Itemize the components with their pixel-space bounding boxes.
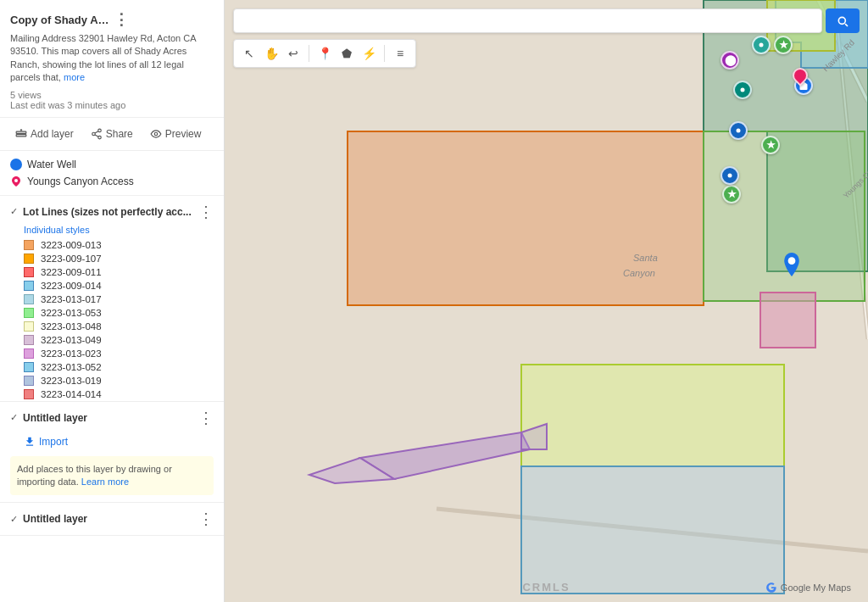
area-label-santa: Santa (633, 253, 658, 263)
svg-point-5 (92, 132, 95, 136)
svg-rect-25 (521, 466, 784, 594)
parcel-color-indicator (24, 281, 34, 291)
svg-rect-23 (760, 293, 815, 348)
map-pin-teal-1[interactable] (752, 36, 771, 54)
untitled-layer-1-checkbox[interactable]: ✓ (10, 412, 18, 423)
nav-icon-3 (725, 170, 735, 181)
map-pin-blue-nav-2[interactable] (721, 166, 739, 185)
draw-line-button[interactable]: ⬟ (337, 43, 357, 64)
untitled-layer-1-header: ✓ Untitled layer ⋮ (0, 402, 224, 434)
untitled-layer-2-checkbox[interactable]: ✓ (10, 514, 18, 525)
add-layer-icon (15, 128, 27, 140)
parcel-3223-013-052: 3223-013-052 (0, 360, 224, 374)
parcel-3223-013-023: 3223-013-023 (0, 347, 224, 360)
map-area[interactable]: ↖ ✋ ↩ 📍 ⬟ ⚡ ≡ ★ ⬤ ★ (225, 0, 868, 602)
add-layer-button[interactable]: Add layer (10, 125, 79, 143)
import-button[interactable]: Import (0, 434, 224, 453)
youngs-canyon-label: Youngs Canyon Access (27, 176, 134, 187)
map-pin-green-star[interactable]: ★ (774, 36, 793, 54)
svg-rect-0 (16, 131, 26, 133)
toolbar-separator-1 (309, 45, 309, 62)
untitled-layer-2-title: Untitled layer (23, 513, 192, 525)
add-marker-button[interactable]: 📍 (314, 43, 335, 64)
parcel-3223-013-019: 3223-013-019 (0, 374, 224, 387)
svg-line-7 (95, 134, 98, 136)
untitled-layer-2-more-button[interactable]: ⋮ (198, 510, 214, 528)
parcel-color-indicator (24, 254, 34, 264)
share-button[interactable]: Share (86, 125, 138, 143)
parcel-list: 3223-009-013 3223-009-107 3223-009-011 3… (0, 238, 224, 401)
parcel-color-indicator (24, 335, 34, 345)
svg-rect-24 (521, 365, 784, 466)
sidebar-actions: Add layer Share Preview (0, 118, 224, 151)
parcel-3223-009-013: 3223-009-013 (0, 238, 224, 252)
google-icon (765, 582, 777, 594)
search-input-wrap (233, 8, 822, 33)
cursor-tool-button[interactable]: ↖ (239, 43, 259, 64)
parcel-3223-009-011: 3223-009-011 (0, 265, 224, 279)
parcel-3223-013-049: 3223-013-049 (0, 333, 224, 347)
parcel-3223-009-107: 3223-009-107 (0, 252, 224, 265)
parcel-color-indicator (24, 376, 34, 386)
google-maps-watermark: Google My Maps (765, 582, 851, 594)
map-search (233, 8, 860, 33)
svg-rect-1 (16, 134, 26, 136)
map-pin-green-star-2[interactable]: ★ (761, 136, 780, 154)
svg-point-30 (741, 88, 745, 92)
nav-icon (737, 85, 748, 95)
svg-point-6 (97, 136, 101, 139)
pan-tool-button[interactable]: ✋ (261, 43, 281, 64)
more-link[interactable]: more (64, 72, 85, 82)
sidebar-header: Copy of Shady Acres 12- parcels ... ⋮ Ma… (0, 0, 224, 118)
parcel-color-indicator (24, 240, 34, 250)
parcel-color-indicator (24, 308, 34, 318)
individual-styles-label[interactable]: Individual styles (0, 225, 224, 238)
add-places-box: Add places to this layer by drawing or i… (10, 456, 214, 496)
untitled-layer-1-more-button[interactable]: ⋮ (198, 409, 214, 427)
search-button[interactable] (826, 8, 860, 33)
map-description: Mailing Address 32901 Hawley Rd, Acton C… (10, 32, 214, 85)
toolbar-separator-2 (384, 45, 385, 62)
map-views: 5 views Last edit was 3 minutes ago (10, 90, 214, 110)
search-icon (836, 14, 849, 28)
lot-lines-header: ✓ Lot Lines (sizes not perfectly acc... … (0, 196, 224, 225)
water-well-label: Water Well (27, 159, 76, 170)
parcel-3223-013-053: 3223-013-053 (0, 306, 224, 320)
parcel-color-indicator (24, 348, 34, 359)
map-more-options-button[interactable]: ⋮ (114, 10, 214, 29)
map-pin-teardrop-blue[interactable] (782, 253, 801, 276)
lot-lines-checkbox[interactable]: ✓ (10, 206, 18, 217)
svg-line-8 (95, 131, 98, 132)
lot-lines-more-button[interactable]: ⋮ (198, 203, 214, 221)
parcel-color-indicator (24, 362, 34, 372)
untitled-layer-2-section: ✓ Untitled layer ⋮ (0, 503, 224, 536)
map-pin-purple[interactable]: ⬤ (721, 51, 739, 70)
fixed-items-section: Water Well Youngs Canyon Access (0, 151, 224, 196)
map-pin-green-star-3[interactable]: ★ (722, 185, 741, 203)
measure-button[interactable]: ⚡ (359, 43, 379, 64)
sidebar-content: Water Well Youngs Canyon Access ✓ Lot Li… (0, 151, 224, 602)
parcel-3223-013-017: 3223-013-017 (0, 293, 224, 306)
map-pin-blue-nav[interactable] (729, 121, 748, 140)
parcel-color-indicator (24, 389, 34, 399)
learn-more-link[interactable]: Learn more (81, 477, 129, 487)
map-pin-icon (756, 40, 766, 50)
crmls-watermark: CRMLS (522, 581, 570, 594)
youngs-canyon-item: Youngs Canyon Access (10, 173, 214, 190)
parcel-3223-014-014: 3223-014-014 (0, 387, 224, 401)
search-input[interactable] (241, 9, 815, 32)
import-icon (24, 436, 36, 448)
map-toolbar: ↖ ✋ ↩ 📍 ⬟ ⚡ ≡ (233, 39, 416, 68)
water-well-item: Water Well (10, 156, 214, 173)
area-label-canyon: Canyon (623, 268, 655, 278)
undo-button[interactable]: ↩ (283, 43, 303, 64)
untitled-layer-1-section: ✓ Untitled layer ⋮ Import Add places to … (0, 402, 224, 504)
more-tools-button[interactable]: ≡ (390, 43, 410, 64)
svg-point-10 (14, 179, 18, 182)
svg-point-4 (97, 129, 101, 132)
parcel-3223-009-014: 3223-009-014 (0, 279, 224, 293)
parcel-color-indicator (24, 294, 34, 304)
preview-button[interactable]: Preview (145, 125, 207, 143)
map-pin-nav[interactable] (733, 81, 752, 99)
lot-lines-layer: ✓ Lot Lines (sizes not perfectly acc... … (0, 196, 224, 402)
